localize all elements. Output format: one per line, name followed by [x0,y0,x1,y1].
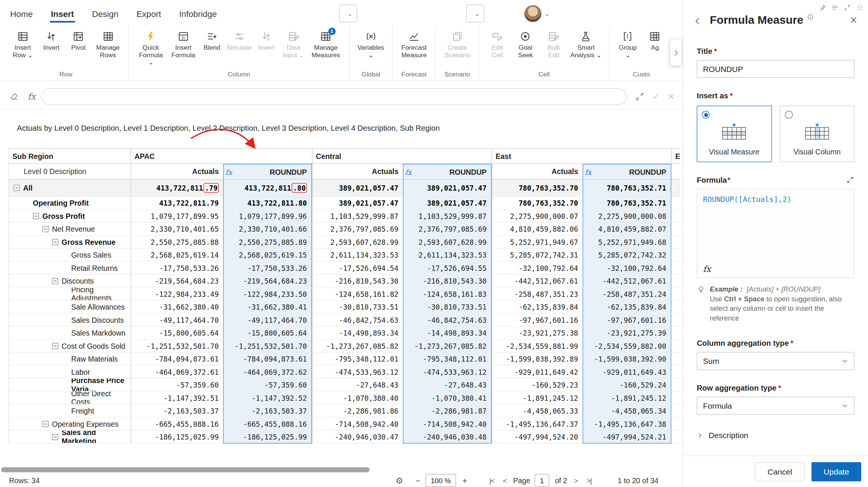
grid-cell[interactable]: -1,147,392.52 [223,392,312,405]
collapse-icon[interactable] [33,213,39,219]
row-label[interactable]: Gross Revenue [9,236,131,249]
collapse-icon[interactable] [52,278,58,284]
grid-cell[interactable]: 5,285,072,742.32 [583,249,672,262]
grid-cell[interactable]: 2,568,025,619.14 [131,249,223,262]
grid-cell[interactable]: -23,921,275.38 [492,327,583,340]
grid-cell[interactable]: -929,011,649.43 [583,366,672,379]
grid-cell[interactable]: 780,763,352.71 [583,197,672,210]
row-label[interactable]: Operating Profit [9,197,131,210]
row-label[interactable]: Pricing Adjustments [9,288,131,301]
row-label[interactable]: Gross Sales [9,249,131,262]
visual-measure-option[interactable]: Visual Measure [697,106,772,162]
grid-cell[interactable]: -665,455,088.16 [131,418,223,431]
avatar[interactable] [524,5,541,22]
column-header-roundup[interactable]: fxROUNDUP [403,164,492,180]
row-label[interactable]: Sales Discounts [9,314,131,327]
row-label[interactable]: Raw Materials [9,353,131,366]
group-header-east[interactable]: East [492,148,671,164]
row-label[interactable]: Net Revenue [9,223,131,236]
expand-icon[interactable] [844,4,851,12]
grid-cell[interactable]: -1,273,267,085.82 [403,340,492,353]
grid-cell[interactable]: -62,135,839.84 [583,301,672,314]
collapse-icon[interactable] [52,239,58,245]
grid-cell[interactable]: -122,984,233.49 [131,288,223,301]
grid-cell[interactable]: 5,252,971,949.68 [583,236,672,249]
column-header-actuals[interactable]: Actuals [492,164,583,180]
ribbon-button-data-input[interactable]: Data Input ⌄ [281,26,306,60]
grid-cell[interactable]: 2,330,710,401.65 [131,223,223,236]
grid-cell[interactable]: 413,722,811.80 [223,180,312,197]
grid-cell[interactable]: -784,094,873.61 [223,353,312,366]
grid-cell[interactable]: -49,117,464.70 [131,314,223,327]
grid-cell[interactable]: -1,495,136,647.37 [492,418,583,431]
ribbon-button-manage-measures[interactable]: 1Manage Measures [309,26,344,60]
row-label[interactable]: Sales and Marketing [9,431,131,444]
grid-cell[interactable]: 413,722,811.80 [223,197,312,210]
grid-cell[interactable]: -714,508,942.40 [312,418,403,431]
grid-cell[interactable]: -124,658,161.82 [312,288,403,301]
grid-cell[interactable]: -714,508,942.40 [403,418,492,431]
grid-cell[interactable]: -32,100,792.64 [583,262,672,275]
grid-cell[interactable]: -258,487,351.23 [492,288,583,301]
grid-cell[interactable]: 2,275,900,000.08 [583,210,672,223]
grid-cell[interactable]: -474,533,963.12 [312,366,403,379]
grid-cell[interactable]: -46,842,754.63 [403,314,492,327]
grid-cell[interactable]: 2,330,710,401.66 [223,223,312,236]
update-button[interactable]: Update [811,462,861,481]
grid-cell[interactable]: -186,125,025.99 [131,431,223,444]
grid-cell[interactable]: -219,564,684.23 [223,275,312,288]
grid-cell[interactable]: -62,135,839.84 [492,301,583,314]
grid-cell[interactable]: -442,512,067.61 [583,275,672,288]
grid-cell[interactable]: -2,534,559,882.00 [583,340,672,353]
row-header-label[interactable]: Level 0 Description [9,164,131,180]
group-header-clipped[interactable]: E [671,148,680,164]
grid-cell[interactable]: -27,648.43 [312,379,403,392]
ribbon-button-blend[interactable]: Blend [200,26,225,53]
gear-icon[interactable]: ⚙ [396,474,403,487]
grid-cell[interactable]: 389,021,057.47 [403,180,492,197]
ribbon-button-invert[interactable]: Invert [39,26,64,53]
prev-page-button[interactable]: < [503,474,506,487]
grid-cell[interactable]: 5,252,971,949.67 [492,236,583,249]
radio-icon[interactable] [702,111,710,119]
grid-cell[interactable]: -1,070,380.41 [403,392,492,405]
grid-cell[interactable]: -15,800,605.64 [131,327,223,340]
ribbon-button-goal-seek[interactable]: Goal Seek [512,26,539,60]
ribbon-button-forecast-measure[interactable]: Forecast Measure [398,26,429,60]
title-field[interactable]: ROUNDUP [697,60,855,78]
ribbon-button-insert-formula[interactable]: fxInsert Formula [169,26,197,60]
grid-cell[interactable]: -464,069,372.61 [131,366,223,379]
row-label[interactable]: Discounts [9,275,131,288]
column-header-actuals[interactable]: Actuals [131,164,223,180]
ribbon-button-invert[interactable]: Invert [254,26,279,53]
tab-home[interactable]: Home [9,2,34,24]
ribbon-button-bulk-edit[interactable]: Bulk Edit [541,26,566,60]
grid-cell[interactable]: -1,891,245.12 [583,392,672,405]
horizontal-scrollbar[interactable] [1,467,370,473]
grid-cell[interactable]: -32,100,792.64 [492,262,583,275]
page-input[interactable]: 1 [535,474,549,487]
back-icon[interactable] [694,17,702,26]
grid-cell[interactable]: -97,967,601.16 [583,314,672,327]
grid-cell[interactable]: -1,273,267,085.82 [312,340,403,353]
row-label[interactable]: Cost of Goods Sold [9,340,131,353]
grid-cell[interactable]: -474,533,963.12 [403,366,492,379]
grid-cell[interactable]: -15,800,605.64 [223,327,312,340]
grid-cell[interactable]: -2,163,503.37 [131,405,223,418]
corner-header[interactable]: Sub Region [9,148,131,164]
grid-cell[interactable]: -929,011,649.42 [492,366,583,379]
next-page-button[interactable]: > [574,474,578,487]
cancel-button[interactable]: Cancel [755,462,805,481]
ribbon-button-simulate[interactable]: Simulate [227,26,252,53]
group-header-central[interactable]: Central [312,148,492,164]
grid-cell[interactable]: 2,550,275,085.88 [131,236,223,249]
edit-view-button[interactable]: ⌄ [339,5,358,23]
grid-cell[interactable]: -2,286,981.87 [403,405,492,418]
info-icon[interactable] [807,14,813,20]
row-label[interactable]: Labor [9,366,131,379]
ribbon-button-insert-row[interactable]: Insert Row ⌄ [9,26,37,60]
eraser-icon[interactable] [9,92,19,102]
first-page-button[interactable]: |< [489,474,494,487]
row-label[interactable]: All [9,180,131,197]
grid-cell[interactable]: -97,967,601.16 [492,314,583,327]
